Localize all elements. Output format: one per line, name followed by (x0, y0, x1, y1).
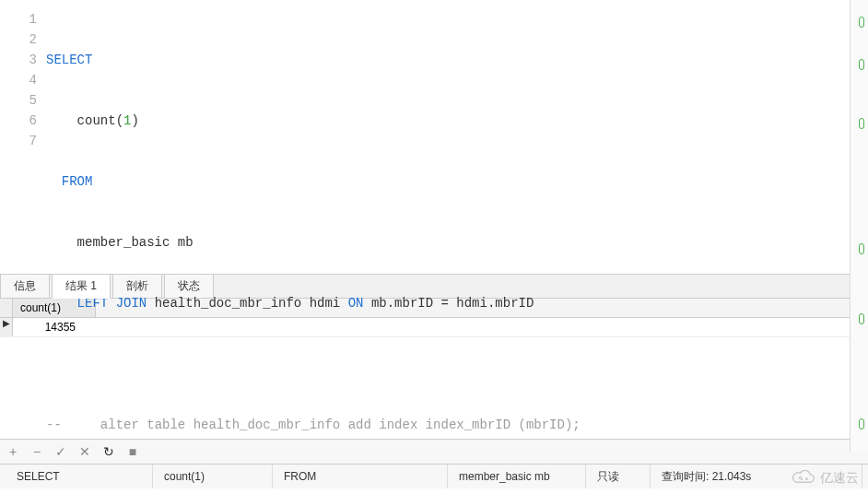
current-row-indicator-icon: ▶ (0, 318, 13, 336)
fn-count: count (77, 113, 116, 128)
watermark-text: 亿速云 (820, 470, 859, 487)
keyword-on: ON (348, 296, 364, 311)
line-number: 3 (0, 50, 37, 70)
code-content[interactable]: SELECT count(1) FROM member_basic mb LEF… (46, 0, 868, 274)
line-number: 7 (0, 131, 37, 151)
cloud-icon (791, 470, 816, 487)
line-number: 4 (0, 70, 37, 90)
tab-result-1[interactable]: 结果 1 (52, 274, 111, 299)
watermark-logo: 亿速云 (791, 470, 859, 487)
marker-icon (859, 17, 864, 28)
keyword-join: JOIN (116, 296, 147, 311)
line-number: 5 (0, 90, 37, 111)
keyword-select: SELECT (46, 53, 92, 67)
comment-text: alter table health_doc_mbr_info add inde… (100, 418, 581, 432)
marker-icon (859, 313, 864, 324)
tab-info[interactable]: 信息 (0, 274, 50, 298)
add-row-icon[interactable]: + (6, 444, 20, 459)
svg-point-1 (805, 477, 808, 480)
line-number: 6 (0, 111, 37, 131)
marker-icon (859, 418, 864, 429)
keyword-from: FROM (62, 174, 93, 189)
marker-icon (859, 118, 864, 129)
table-member-basic: member_basic mb (77, 235, 194, 250)
marker-icon (859, 243, 864, 254)
line-number: 1 (0, 9, 37, 29)
line-number: 2 (0, 29, 37, 50)
join-condition: mb.mbrID = hdmi.mbrID (371, 296, 534, 311)
delete-row-icon[interactable]: − (29, 444, 44, 459)
sql-editor[interactable]: 1 2 3 4 5 6 7 SELECT count(1) FROM membe… (0, 0, 868, 275)
row-marker-header (0, 299, 13, 317)
marker-icon (859, 59, 864, 70)
svg-point-0 (801, 477, 803, 480)
comment-prefix: -- (46, 418, 69, 432)
minimap-strip[interactable] (850, 0, 868, 452)
table-hdmi: health_doc_mbr_info hdmi (155, 296, 341, 311)
line-number-gutter: 1 2 3 4 5 6 7 (0, 0, 46, 274)
